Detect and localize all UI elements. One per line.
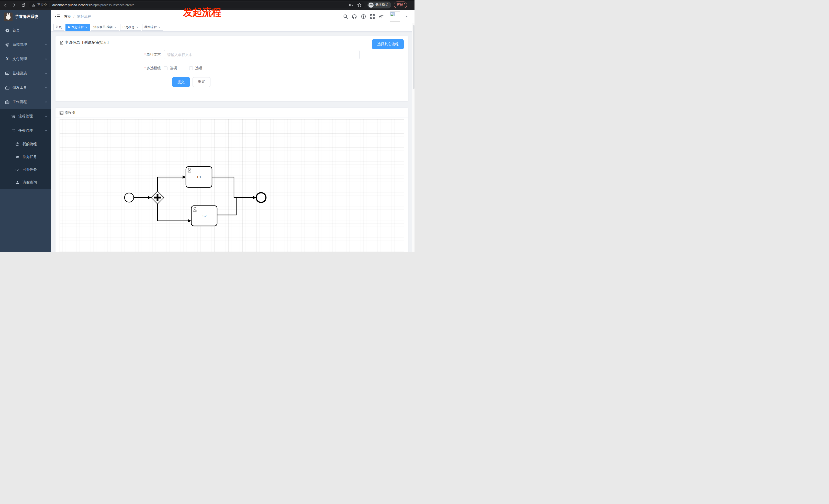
yen-icon: ¥ <box>5 57 9 61</box>
hamburger-fold-icon <box>55 14 60 18</box>
page: 不安全 dashboard.yudao.iocoder.cn/bpm/proce… <box>0 0 414 252</box>
not-secure-warning-icon <box>32 3 36 7</box>
sidebar-item-process-mgmt[interactable]: 流程管理 <box>0 109 51 123</box>
task-label: 1.1 <box>196 175 201 179</box>
app-logo <box>4 12 12 21</box>
checkbox-option-2[interactable]: 选项二 <box>189 66 206 71</box>
tab-label: 流程表单-编辑 <box>93 25 113 29</box>
user-task-node-1-1[interactable]: 1.1 <box>186 167 212 187</box>
close-icon[interactable] <box>136 26 139 28</box>
eye-icon <box>15 155 20 159</box>
diagram-card-header: 流程图 <box>56 108 408 118</box>
sidebar-item-label: 请假查询 <box>23 180 37 185</box>
back-icon <box>5 4 6 7</box>
sidebar-item-done-tasks[interactable]: 已办任务 <box>0 163 51 176</box>
tab-home[interactable]: 首页 <box>53 24 64 31</box>
forward-icon <box>14 4 15 7</box>
tab-my-process[interactable]: 我的流程 <box>142 24 163 31</box>
sidebar-item-leave-query[interactable]: 请假查询 <box>0 176 51 189</box>
sidebar-item-label: 研发工具 <box>12 85 44 90</box>
update-label: 更新 <box>397 3 403 7</box>
checkbox-icon[interactable] <box>189 67 193 70</box>
apply-card-header: 申请信息【测试多审批人】 <box>60 40 404 45</box>
form-row-checkboxes: *多选框组 选项一 选项二 <box>134 66 404 71</box>
sidebar-item-label: 工作流程 <box>12 100 44 104</box>
required-mark: * <box>144 66 146 70</box>
tab-start-process[interactable]: 发起流程 <box>66 24 90 31</box>
font-size-icon[interactable] <box>379 14 384 19</box>
sidebar-item-infrastructure[interactable]: 基础设施 <box>0 66 51 80</box>
user-task-node-1-2[interactable]: 1.2 <box>191 206 217 226</box>
document-icon <box>60 41 64 45</box>
search-icon[interactable] <box>343 14 348 19</box>
browser-reload-button[interactable] <box>20 2 27 8</box>
sidebar-item-label: 我的流程 <box>23 142 37 147</box>
sidebar-collapse-button[interactable] <box>55 14 60 20</box>
url-host: dashboard.yudao.iocoder.cn <box>52 3 93 7</box>
fullscreen-icon[interactable] <box>370 14 375 19</box>
browser-forward-button[interactable] <box>11 2 17 8</box>
sidebar-item-payment[interactable]: ¥ 支付管理 <box>0 52 51 66</box>
eye-closed-icon <box>15 168 20 172</box>
required-mark: * <box>144 52 146 56</box>
sidebar-item-system[interactable]: 系统管理 <box>0 38 51 52</box>
breadcrumb-current: 发起流程 <box>77 14 91 19</box>
field-label: *单行文本 <box>134 52 164 57</box>
help-icon[interactable] <box>361 14 366 19</box>
bpmn-canvas[interactable]: 1.1 1.2 <box>60 119 404 252</box>
github-icon[interactable] <box>352 14 357 19</box>
sidebar-item-home[interactable]: 首页 <box>0 23 51 38</box>
checkbox-icon[interactable] <box>164 67 168 70</box>
close-icon[interactable] <box>114 26 117 28</box>
breadcrumb-separator: / <box>73 14 74 18</box>
face-icon <box>15 142 20 146</box>
chevron-up-icon <box>44 129 47 132</box>
sidebar-item-label: 首页 <box>12 28 47 33</box>
task-label: 1.2 <box>202 214 206 218</box>
close-icon[interactable] <box>158 26 160 28</box>
chevron-down-icon <box>44 57 47 61</box>
flag-node-icon <box>11 128 15 133</box>
sidebar: 芋道管理系统 首页 系统管理 ¥ 支付管理 基础设施 研发工具 工作 <box>0 10 51 252</box>
sidebar-item-devtools[interactable]: 研发工具 <box>0 80 51 95</box>
browser-menu-icon[interactable] <box>404 3 405 6</box>
browser-back-button[interactable] <box>2 2 9 8</box>
sidebar-item-label: 基础设施 <box>12 71 44 76</box>
reset-button[interactable]: 重置 <box>192 77 211 87</box>
password-key-icon[interactable] <box>349 3 353 7</box>
sidebar-item-task-mgmt[interactable]: 任务管理 <box>0 123 51 138</box>
url-path: /bpm/process-instance/create <box>93 3 135 7</box>
start-event-node[interactable] <box>124 193 134 202</box>
tab-process-form-edit[interactable]: 流程表单-编辑 <box>91 24 119 31</box>
tab-label: 首页 <box>56 25 62 29</box>
chevron-down-icon <box>44 72 47 75</box>
parallel-gateway-node[interactable] <box>151 191 164 204</box>
sidebar-item-my-process[interactable]: 我的流程 <box>0 138 51 151</box>
checkbox-option-1[interactable]: 选项一 <box>164 66 181 71</box>
chevron-down-icon <box>44 43 47 46</box>
scrollbar-thumb[interactable] <box>413 25 414 89</box>
tab-done-tasks[interactable]: 已办任务 <box>120 24 141 31</box>
avatar-dropdown-caret[interactable] <box>405 16 408 17</box>
active-dot-icon <box>68 26 70 28</box>
close-icon[interactable] <box>85 26 87 28</box>
monitor-check-icon <box>5 71 9 76</box>
app-logo-row[interactable]: 芋道管理系统 <box>0 10 51 23</box>
tags-view-bar: 首页 发起流程 流程表单-编辑 已办任务 我的流程 <box>51 23 414 32</box>
breadcrumb-home[interactable]: 首页 <box>64 14 71 19</box>
page-scrollbar[interactable] <box>412 23 414 252</box>
incognito-icon <box>368 3 373 8</box>
annotation-overlay-text: 发起流程 <box>183 7 221 17</box>
submit-button[interactable]: 提交 <box>172 77 190 87</box>
app-title: 芋道管理系统 <box>15 14 38 19</box>
single-line-text-input[interactable] <box>164 50 360 59</box>
bookmark-star-icon[interactable] <box>357 3 362 7</box>
bpmn-diagram: 1.1 1.2 <box>60 119 404 252</box>
browser-update-button[interactable]: 更新 <box>394 2 407 8</box>
divider <box>49 3 50 7</box>
sidebar-item-workflow[interactable]: 工作流程 <box>0 95 51 109</box>
avatar[interactable] <box>390 11 400 22</box>
end-event-node[interactable] <box>256 193 266 202</box>
choose-other-process-button[interactable]: 选择其它流程 <box>372 39 404 49</box>
sidebar-item-todo-tasks[interactable]: 待办任务 <box>0 151 51 163</box>
